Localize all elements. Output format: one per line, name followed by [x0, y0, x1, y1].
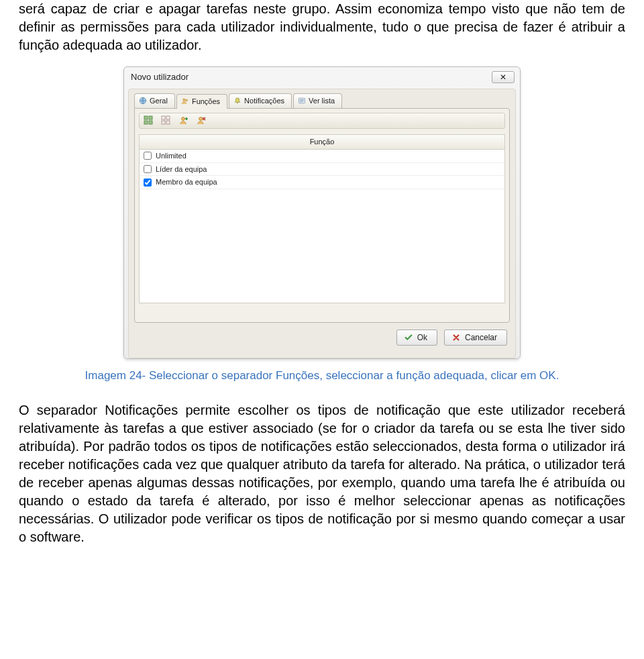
tab-strip: Geral Funções Notificações Ver lista: [131, 92, 513, 108]
tab-label: Ver lista: [309, 96, 335, 106]
table-row[interactable]: Líder da equipa: [140, 163, 504, 176]
svg-rect-9: [162, 116, 165, 119]
cancel-button[interactable]: Cancelar: [444, 330, 507, 346]
svg-point-3: [237, 103, 238, 104]
svg-point-2: [186, 100, 188, 102]
role-label: Líder da equipa: [156, 164, 207, 174]
add-user-icon[interactable]: [178, 115, 189, 126]
svg-rect-7: [144, 121, 148, 124]
svg-point-13: [182, 117, 185, 120]
button-label: Ok: [417, 332, 427, 343]
roles-toolbar: [139, 113, 505, 129]
svg-rect-6: [149, 116, 152, 119]
table-header: Função: [140, 135, 504, 150]
role-checkbox[interactable]: [144, 179, 152, 187]
tab-label: Geral: [150, 96, 168, 106]
users-icon: [181, 97, 189, 105]
list-icon: [298, 97, 306, 105]
close-icon: ✕: [500, 73, 506, 81]
body-paragraph: O separador Notificações permite escolhe…: [19, 401, 625, 546]
remove-user-icon[interactable]: [196, 115, 207, 126]
svg-rect-11: [162, 121, 165, 124]
svg-rect-8: [149, 121, 152, 124]
dialog-title: Novo utilizador: [131, 71, 189, 83]
tab-funcoes[interactable]: Funções: [176, 94, 227, 109]
bell-icon: [233, 97, 241, 105]
new-user-dialog: Novo utilizador ✕ Geral Funções: [123, 66, 521, 359]
tab-label: Notificações: [244, 96, 284, 106]
button-label: Cancelar: [465, 332, 497, 343]
svg-point-14: [199, 117, 203, 120]
dialog-body: Geral Funções Notificações Ver lista: [128, 89, 516, 358]
tab-verlista[interactable]: Ver lista: [293, 93, 342, 108]
figure-caption: Imagem 24- Seleccionar o separador Funçõ…: [19, 368, 625, 384]
table-row[interactable]: Unlimited: [140, 150, 504, 163]
svg-rect-12: [166, 121, 170, 124]
svg-point-1: [183, 99, 186, 101]
svg-rect-5: [144, 116, 148, 119]
svg-rect-10: [166, 116, 170, 119]
table-row[interactable]: Membro da equipa: [140, 176, 504, 189]
role-label: Membro da equipa: [156, 177, 217, 187]
intro-paragraph: será capaz de criar e apagar tarefas nes…: [19, 0, 625, 54]
dialog-titlebar: Novo utilizador ✕: [124, 67, 520, 86]
dialog-footer: Ok Cancelar: [131, 323, 513, 352]
grid-check-icon[interactable]: [144, 115, 154, 126]
grid-uncheck-icon[interactable]: [161, 115, 172, 126]
tab-notificacoes[interactable]: Notificações: [229, 93, 292, 108]
check-icon: [404, 333, 413, 342]
role-checkbox[interactable]: [144, 152, 152, 160]
role-checkbox[interactable]: [144, 165, 152, 173]
close-button[interactable]: ✕: [492, 71, 515, 83]
tab-panel-funcoes: Função Unlimited Líder da equipa Membro …: [134, 108, 510, 323]
ok-button[interactable]: Ok: [396, 330, 437, 346]
role-label: Unlimited: [156, 151, 186, 161]
cross-icon: [451, 333, 461, 342]
roles-table: Função Unlimited Líder da equipa Membro …: [139, 134, 505, 303]
tab-geral[interactable]: Geral: [134, 93, 175, 108]
globe-icon: [139, 97, 147, 105]
tab-label: Funções: [192, 97, 220, 107]
